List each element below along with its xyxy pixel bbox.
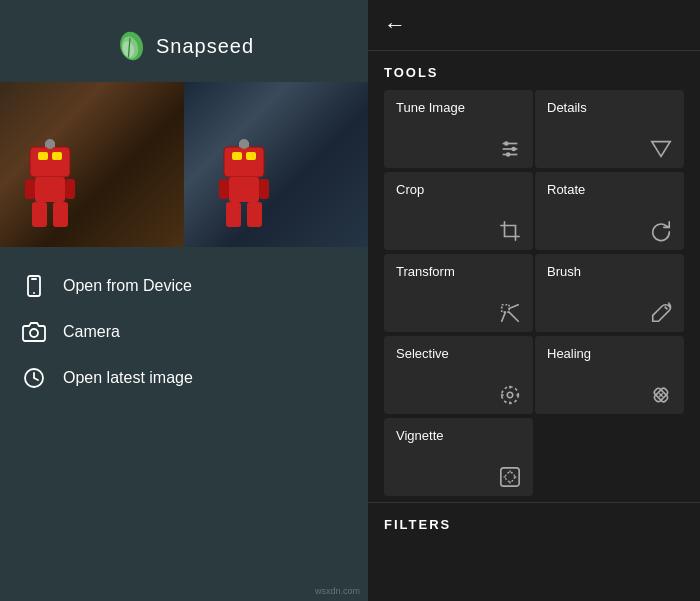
tool-vignette-label: Vignette — [396, 428, 521, 443]
menu-item-open-device[interactable]: Open from Device — [20, 272, 348, 300]
phone-icon — [20, 272, 48, 300]
svg-rect-11 — [53, 202, 68, 227]
tool-brush-label: Brush — [547, 264, 672, 279]
svg-point-52 — [505, 472, 514, 481]
tool-selective[interactable]: Selective — [384, 336, 533, 414]
svg-point-27 — [30, 329, 38, 337]
image-grid — [0, 82, 368, 247]
back-button[interactable]: ← — [384, 12, 406, 38]
tool-tune-image-label: Tune Image — [396, 100, 521, 115]
svg-point-41 — [502, 387, 519, 404]
svg-rect-6 — [52, 152, 62, 160]
svg-rect-13 — [45, 142, 55, 147]
tool-healing-label: Healing — [547, 346, 672, 361]
selective-icon — [396, 378, 521, 406]
svg-line-40 — [665, 307, 668, 310]
watermark: wsxdn.com — [315, 586, 360, 596]
image-thumb-left[interactable] — [0, 82, 184, 247]
open-latest-label: Open latest image — [63, 369, 193, 387]
tool-rotate[interactable]: Rotate — [535, 172, 684, 250]
tool-details-label: Details — [547, 100, 672, 115]
brush-icon — [547, 296, 672, 324]
svg-rect-14 — [224, 147, 264, 177]
sliders-icon — [396, 132, 521, 160]
clock-icon — [20, 364, 48, 392]
svg-point-33 — [511, 147, 516, 152]
tools-section-title: TOOLS — [368, 51, 700, 90]
svg-rect-4 — [30, 147, 70, 177]
tool-details[interactable]: Details — [535, 90, 684, 168]
tool-rotate-label: Rotate — [547, 182, 672, 197]
app-header: Snapseed — [0, 0, 368, 82]
tool-tune-image[interactable]: Tune Image — [384, 90, 533, 168]
triangle-icon — [547, 132, 672, 160]
tool-selective-label: Selective — [396, 346, 521, 361]
svg-rect-8 — [25, 179, 35, 199]
svg-point-32 — [504, 141, 509, 146]
tool-vignette[interactable]: Vignette — [384, 418, 533, 496]
tool-crop[interactable]: Crop — [384, 172, 533, 250]
svg-rect-36 — [502, 305, 509, 312]
svg-rect-20 — [226, 202, 241, 227]
svg-line-39 — [502, 312, 506, 321]
tool-healing[interactable]: Healing — [535, 336, 684, 414]
svg-rect-10 — [32, 202, 47, 227]
robot-figure-left-icon — [10, 137, 90, 237]
open-device-label: Open from Device — [63, 277, 192, 295]
svg-point-26 — [33, 292, 35, 294]
right-panel: ← TOOLS Tune Image Details — [368, 0, 700, 601]
crop-icon — [396, 214, 521, 242]
camera-label: Camera — [63, 323, 120, 341]
svg-rect-5 — [38, 152, 48, 160]
svg-rect-23 — [239, 142, 249, 147]
menu-item-camera[interactable]: Camera — [20, 318, 348, 346]
svg-rect-7 — [35, 177, 65, 202]
app-title: Snapseed — [156, 35, 254, 58]
healing-icon — [547, 378, 672, 406]
snapseed-logo-icon — [114, 30, 146, 62]
svg-rect-18 — [219, 179, 229, 199]
transform-icon — [396, 296, 521, 324]
svg-marker-35 — [652, 142, 670, 157]
svg-rect-17 — [229, 177, 259, 202]
camera-icon — [20, 318, 48, 346]
top-bar: ← — [368, 0, 700, 51]
svg-rect-19 — [259, 179, 269, 199]
robot-figure-right-icon — [204, 137, 284, 237]
rotate-icon — [547, 214, 672, 242]
filters-section-title: FILTERS — [368, 502, 700, 542]
svg-rect-25 — [31, 278, 37, 280]
svg-line-37 — [509, 305, 518, 309]
menu-item-open-latest[interactable]: Open latest image — [20, 364, 348, 392]
tool-crop-label: Crop — [396, 182, 521, 197]
tool-transform[interactable]: Transform — [384, 254, 533, 332]
svg-rect-15 — [232, 152, 242, 160]
svg-point-42 — [507, 392, 513, 398]
svg-rect-21 — [247, 202, 262, 227]
tool-transform-label: Transform — [396, 264, 521, 279]
svg-point-34 — [506, 152, 511, 157]
svg-rect-9 — [65, 179, 75, 199]
tool-brush[interactable]: Brush — [535, 254, 684, 332]
image-thumb-right[interactable] — [184, 82, 368, 247]
left-panel: Snapseed — [0, 0, 368, 601]
svg-rect-16 — [246, 152, 256, 160]
vignette-icon — [396, 460, 521, 488]
menu-list: Open from Device Camera Open latest imag… — [0, 247, 368, 417]
svg-line-38 — [509, 312, 518, 321]
tools-grid: Tune Image Details — [368, 90, 700, 498]
